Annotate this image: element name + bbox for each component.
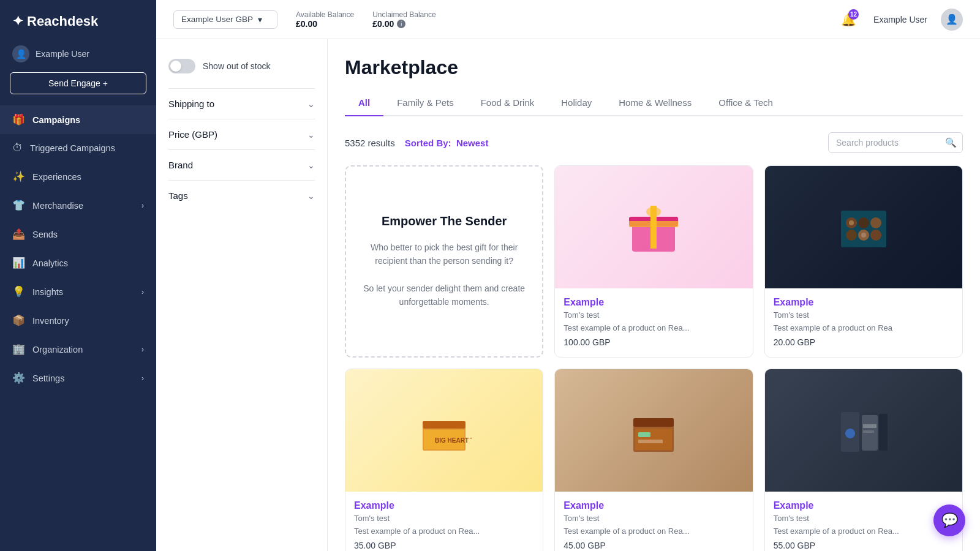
search-wrapper: 🔍	[828, 132, 963, 153]
notifications-button[interactable]: 🔔 12	[837, 8, 860, 31]
product-subtitle-p4: Tom's test	[564, 514, 744, 523]
empower-card[interactable]: Empower The Sender Who better to pick th…	[345, 165, 543, 358]
product-info-p5: Example Tom's test Test example of a pro…	[765, 492, 962, 551]
inventory-icon: 📦	[12, 314, 25, 327]
notification-badge: 12	[848, 9, 859, 20]
product-card-p5[interactable]: Example Tom's test Test example of a pro…	[764, 369, 963, 551]
brand-chevron-icon: ⌄	[307, 160, 315, 170]
products-grid: Empower The Sender Who better to pick th…	[345, 165, 963, 551]
user-avatar[interactable]: 👤	[941, 9, 963, 31]
product-subtitle-p5: Tom's test	[774, 514, 954, 523]
price-label: Price (GBP)	[168, 129, 217, 140]
tab-family-pets[interactable]: Family & Pets	[383, 91, 467, 116]
sidebar-item-settings[interactable]: ⚙️ Settings ›	[0, 364, 156, 392]
sidebar-item-sends[interactable]: 📤 Sends	[0, 220, 156, 249]
tab-food-drink[interactable]: Food & Drink	[467, 91, 548, 116]
triggered-campaigns-icon: ⏱	[12, 142, 23, 154]
product-price-p4: 45.00 GBP	[564, 541, 744, 550]
sidebar-item-label: Experiences	[32, 172, 81, 182]
sidebar-item-label: Organization	[32, 345, 83, 354]
sidebar-item-inventory[interactable]: 📦 Inventory	[0, 306, 156, 335]
sidebar-item-experiences[interactable]: ✨ Experiences	[0, 162, 156, 191]
search-input[interactable]	[828, 132, 963, 153]
price-filter-header[interactable]: Price (GBP) ⌄	[168, 129, 315, 140]
empower-title: Empower The Sender	[382, 214, 507, 228]
brand-label: Brand	[168, 160, 193, 170]
svg-point-12	[849, 220, 854, 225]
shipping-to-filter-header[interactable]: Shipping to ⌄	[168, 99, 315, 109]
product-price-p2: 20.00 GBP	[774, 337, 954, 347]
product-info-p3: Example Tom's test Test example of a pro…	[345, 492, 543, 551]
category-tabs: All Family & Pets Food & Drink Holiday H…	[345, 91, 963, 116]
results-bar: 5352 results Sorted By: Newest 🔍	[345, 132, 963, 153]
logo-text: Reachdesk	[27, 13, 98, 29]
organization-icon: 🏢	[12, 343, 25, 356]
tab-all[interactable]: All	[345, 91, 383, 116]
page-body: Show out of stock Shipping to ⌄ Price (G…	[156, 39, 980, 551]
page-title: Marketplace	[345, 56, 963, 79]
sorted-by-value[interactable]: Newest	[456, 138, 489, 148]
settings-icon: ⚙️	[12, 372, 25, 384]
brand-filter-header[interactable]: Brand ⌄	[168, 160, 315, 170]
available-balance-label: Available Balance	[296, 10, 354, 19]
account-selector[interactable]: Example User GBP ▾	[173, 10, 277, 29]
sidebar-item-insights[interactable]: 💡 Insights ›	[0, 277, 156, 306]
price-chevron-icon: ⌄	[307, 130, 315, 140]
sidebar-navigation: 🎁 Campaigns ⏱ Triggered Campaigns ✨ Expe…	[0, 105, 156, 551]
sidebar-item-analytics[interactable]: 📊 Analytics	[0, 249, 156, 277]
merchandise-chevron-icon: ›	[141, 201, 144, 210]
product-info-p4: Example Tom's test Test example of a pro…	[555, 492, 752, 551]
product-card-p1[interactable]: Example Tom's test Test example of a pro…	[554, 165, 753, 358]
product-name-p4: Example	[564, 500, 744, 511]
chat-bubble-button[interactable]: 💬	[933, 504, 965, 536]
analytics-icon: 📊	[12, 257, 25, 269]
available-balance: Available Balance £0.00	[296, 10, 354, 29]
sorted-by: Sorted By: Newest	[405, 138, 489, 148]
unclaimed-balance-value: £0.00	[372, 19, 394, 29]
tab-home-wellness[interactable]: Home & Wellness	[605, 91, 705, 116]
product-image-p1	[555, 166, 752, 288]
main-content: Example User GBP ▾ Available Balance £0.…	[156, 0, 980, 551]
sidebar-item-label: Inventory	[32, 316, 69, 326]
svg-point-7	[858, 217, 869, 228]
svg-point-9	[846, 230, 857, 241]
search-button[interactable]: 🔍	[945, 137, 957, 148]
svg-rect-28	[863, 430, 874, 433]
product-card-p2[interactable]: Example Tom's test Test example of a pro…	[764, 165, 963, 358]
out-of-stock-label: Show out of stock	[203, 61, 271, 71]
svg-point-26	[845, 429, 855, 438]
sidebar-item-label: Triggered Campaigns	[30, 143, 115, 153]
product-card-p4[interactable]: Example Tom's test Test example of a pro…	[554, 369, 753, 551]
sidebar-item-label: Campaigns	[32, 115, 80, 125]
sidebar-item-label: Merchandise	[32, 201, 83, 211]
empower-description-1: Who better to pick the best gift for the…	[363, 241, 525, 309]
shipping-to-chevron-icon: ⌄	[307, 99, 315, 109]
sidebar-item-triggered-campaigns[interactable]: ⏱ Triggered Campaigns	[0, 134, 156, 162]
out-of-stock-toggle[interactable]	[168, 59, 195, 73]
sidebar-item-campaigns[interactable]: 🎁 Campaigns	[0, 105, 156, 134]
unclaimed-info-icon[interactable]: i	[397, 20, 405, 28]
sends-icon: 📤	[12, 228, 25, 241]
tab-office-tech[interactable]: Office & Tech	[705, 91, 786, 116]
send-engage-button[interactable]: Send Engage +	[10, 72, 146, 94]
product-card-p3[interactable]: BIG HEART TEA Example Tom's test Test ex…	[345, 369, 543, 551]
sidebar-item-organization[interactable]: 🏢 Organization ›	[0, 335, 156, 364]
svg-point-13	[861, 233, 866, 238]
insights-icon: 💡	[12, 285, 25, 298]
product-desc-p2: Test example of a product on Rea	[774, 323, 954, 332]
product-desc-p1: Test example of a product on Rea...	[564, 323, 744, 332]
insights-chevron-icon: ›	[141, 288, 144, 296]
tab-holiday[interactable]: Holiday	[548, 91, 605, 116]
product-price-p5: 55.00 GBP	[774, 541, 954, 550]
svg-point-4	[646, 207, 661, 217]
logo-star: ✦	[12, 13, 23, 29]
sidebar-user-icon: 👤	[12, 45, 29, 62]
sidebar-item-label: Insights	[32, 287, 63, 297]
sidebar-item-merchandise[interactable]: 👕 Merchandise ›	[0, 191, 156, 220]
tags-filter-header[interactable]: Tags ⌄	[168, 190, 315, 201]
shipping-to-filter: Shipping to ⌄	[168, 88, 315, 119]
product-name-p2: Example	[774, 297, 954, 308]
product-subtitle-p1: Tom's test	[564, 310, 744, 320]
price-filter: Price (GBP) ⌄	[168, 119, 315, 149]
unclaimed-balance: Unclaimed Balance £0.00 i	[372, 10, 435, 29]
